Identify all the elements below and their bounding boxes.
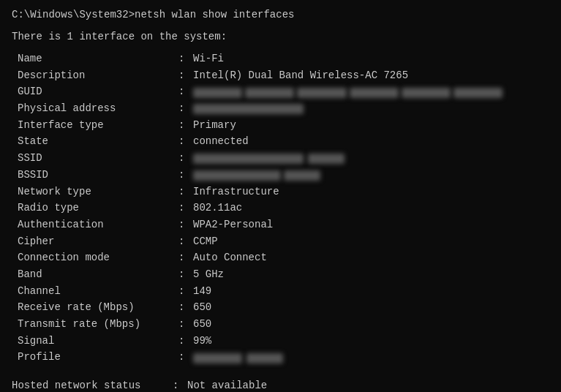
row-value: Primary (193, 118, 549, 134)
row-label: BSSID (18, 167, 178, 184)
blurred-guid-part: XXXXXXXX (245, 88, 294, 98)
table-row: Band: 5 GHz (18, 267, 549, 283)
info-text: There is 1 interface on the system: (12, 31, 549, 42)
table-row: Channel: 149 (18, 284, 549, 300)
row-label: Profile (18, 350, 178, 366)
row-label: Channel (18, 284, 178, 300)
hosted-network-label: Hosted network status (12, 378, 173, 392)
row-value: XXXXXXXXXXXXXXXXX (193, 167, 549, 184)
row-value: 149 (193, 284, 549, 300)
row-label: Radio type (18, 200, 178, 216)
row-value: Intel(R) Dual Band Wireless-AC 7265 (193, 68, 549, 84)
row-value: XXXXXXXXXXXXXXXXXXXXXXX (193, 151, 549, 167)
row-label: Interface type (18, 118, 178, 134)
row-value: XXXXXXXXXXXXXXXXXX (193, 101, 549, 117)
blurred-profile-1: XXXXXXXX (193, 353, 242, 363)
row-colon: : (178, 134, 193, 150)
row-colon: : (178, 118, 193, 134)
row-label: Band (18, 267, 178, 283)
blurred-guid-part: XXXXXXXX (350, 88, 399, 98)
interface-table: Name: Wi-FiDescription: Intel(R) Dual Ba… (18, 51, 549, 366)
row-value: connected (193, 134, 549, 150)
row-colon: : (178, 300, 193, 316)
table-row: GUID: XXXXXXXXXXXXXXXXXXXXXXXXXXXXXXXXXX… (18, 84, 549, 100)
terminal-window: C:\Windows\System32>netsh wlan show inte… (0, 0, 561, 392)
blurred-value: XXXXXXXXXXXXXXXXXX (193, 154, 304, 164)
blurred-bssid-2: XXXXX (284, 170, 320, 181)
row-colon: : (178, 217, 193, 233)
table-row: Radio type: 802.11ac (18, 200, 549, 216)
row-colon: : (178, 333, 193, 350)
table-row: Cipher: CCMP (18, 234, 549, 250)
blurred-guid-part: XXXXXXXX (193, 88, 242, 98)
row-colon: : (178, 68, 193, 84)
table-row: Network type: Infrastructure (18, 184, 549, 200)
hosted-network-row: Hosted network status : Not available (12, 378, 549, 392)
row-colon: : (178, 267, 193, 283)
blurred-value: XXXXXXXXXXXXXXXXXX (193, 104, 304, 114)
row-value: Infrastructure (193, 184, 549, 200)
table-row: Name: Wi-Fi (18, 51, 549, 67)
blurred-profile-2: XXXXX (246, 353, 283, 363)
table-row: State: connected (18, 134, 549, 150)
row-colon: : (178, 284, 193, 300)
row-value: XXXXXXXXXXXXXXXXXXXXXXXXXXXXXXXXXXXXXXXX… (193, 84, 549, 100)
row-value: WPA2-Personal (193, 217, 549, 233)
table-row: Receive rate (Mbps): 650 (18, 300, 549, 316)
row-label: State (18, 134, 178, 150)
blurred-guid-part: XXXXXXXX (402, 88, 451, 98)
hosted-colon: : (173, 378, 187, 392)
hosted-network-value: Not available (187, 378, 549, 392)
table-row: Physical address: XXXXXXXXXXXXXXXXXX (18, 101, 549, 117)
table-row: Connection mode: Auto Connect (18, 250, 549, 266)
row-label: Signal (18, 333, 178, 350)
row-value: 802.11ac (193, 200, 549, 216)
blurred-value-2: XXXXX (308, 154, 344, 164)
row-colon: : (178, 51, 193, 67)
table-row: Authentication: WPA2-Personal (18, 217, 549, 233)
row-value: XXXXXXXXXXXXX (193, 350, 549, 366)
row-label: Physical address (18, 101, 178, 117)
row-colon: : (178, 317, 193, 333)
row-label: Cipher (18, 234, 178, 250)
row-value: CCMP (193, 234, 549, 250)
blurred-guid-part: XXXXXXXX (453, 88, 502, 98)
table-row: Description: Intel(R) Dual Band Wireless… (18, 68, 549, 84)
row-label: SSID (18, 151, 178, 167)
row-value: 650 (193, 300, 549, 316)
row-label: GUID (18, 84, 178, 100)
table-row: Transmit rate (Mbps): 650 (18, 317, 549, 333)
table-row: SSID: XXXXXXXXXXXXXXXXXXXXXXX (18, 151, 549, 167)
row-colon: : (178, 250, 193, 266)
table-row: Interface type: Primary (18, 118, 549, 134)
row-colon: : (178, 101, 193, 117)
row-value: 99% (193, 333, 549, 350)
row-label: Connection mode (18, 250, 178, 266)
row-colon: : (178, 350, 193, 366)
command-line: C:\Windows\System32>netsh wlan show inte… (12, 9, 549, 20)
row-colon: : (178, 167, 193, 184)
table-row: Signal: 99% (18, 333, 549, 350)
row-label: Authentication (18, 217, 178, 233)
row-value: 5 GHz (193, 267, 549, 283)
row-label: Transmit rate (Mbps) (18, 317, 178, 333)
row-label: Name (18, 51, 178, 67)
row-label: Receive rate (Mbps) (18, 300, 178, 316)
row-colon: : (178, 184, 193, 200)
row-colon: : (178, 151, 193, 167)
row-label: Description (18, 68, 178, 84)
table-row: Profile: XXXXXXXXXXXXX (18, 350, 549, 366)
blurred-guid-part: XXXXXXXX (297, 88, 346, 98)
table-row: BSSID: XXXXXXXXXXXXXXXXX (18, 167, 549, 184)
row-value: Auto Connect (193, 250, 549, 266)
row-value: Wi-Fi (193, 51, 549, 67)
row-value: 650 (193, 317, 549, 333)
blurred-bssid-1: XXXXXXXXXXXX (193, 170, 281, 181)
row-label: Network type (18, 184, 178, 200)
row-colon: : (178, 234, 193, 250)
row-colon: : (178, 200, 193, 216)
row-colon: : (178, 84, 193, 100)
